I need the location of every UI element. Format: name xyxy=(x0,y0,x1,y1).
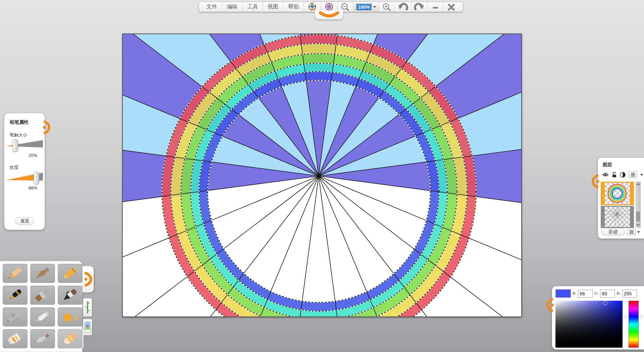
layer-item[interactable] xyxy=(601,206,634,228)
current-color-swatch xyxy=(555,289,571,298)
softness-label: 软度 xyxy=(10,165,45,171)
zoom-level-value: 100% xyxy=(357,4,371,10)
pencil-icon xyxy=(5,266,25,281)
menu-tools[interactable]: 工具 xyxy=(243,2,263,12)
tool-ink-brush[interactable] xyxy=(58,286,83,305)
scroll-up-icon[interactable] xyxy=(637,183,640,187)
layer-item-selected[interactable] xyxy=(601,182,634,205)
opacity-contrast-icon[interactable] xyxy=(620,172,626,178)
charcoal-stick-icon xyxy=(33,266,53,281)
palette-ear-handle[interactable] xyxy=(83,266,94,293)
scroll-down-icon[interactable] xyxy=(637,223,640,226)
picture-stamps-tab[interactable] xyxy=(83,319,92,336)
layers-panel: 图层 xyxy=(598,158,644,239)
tool-fountain-pen[interactable] xyxy=(3,286,28,305)
zoom-level-field[interactable]: 100% xyxy=(356,3,372,10)
r-input[interactable] xyxy=(578,290,593,298)
tool-glue-stick[interactable] xyxy=(3,329,28,348)
rainbow-target-icon xyxy=(324,3,334,11)
menu-file[interactable]: 文件 xyxy=(199,2,222,12)
close-button[interactable] xyxy=(443,2,463,12)
brush-size-thumb[interactable] xyxy=(12,139,18,152)
redo-icon xyxy=(414,2,425,12)
r-label: R: xyxy=(573,291,576,296)
ear-dot-icon xyxy=(43,126,46,129)
sv-cursor[interactable] xyxy=(603,301,607,305)
rainbow-wheel-artwork xyxy=(123,34,521,316)
pencil-properties-panel: 铅笔属性 笔触大小 20% 软度 86% 重置 xyxy=(4,113,45,230)
ink-brush-icon xyxy=(60,288,80,303)
tool-pencil[interactable] xyxy=(3,264,28,283)
zoom-in-button[interactable] xyxy=(379,2,395,12)
layers-panel-title: 图层 xyxy=(603,162,644,168)
menu-edit[interactable]: 编辑 xyxy=(222,2,243,12)
visibility-eye-icon[interactable] xyxy=(602,172,609,177)
airbrush-icon xyxy=(5,310,25,325)
menu-view[interactable]: 视图 xyxy=(263,2,283,12)
glue-stick-icon xyxy=(5,332,25,346)
hue-marker-right[interactable] xyxy=(640,315,642,319)
hue-marker-left[interactable] xyxy=(625,315,627,319)
brush-size-slider[interactable] xyxy=(6,139,44,152)
brush-size-label: 笔触大小 xyxy=(10,132,45,138)
toolbar-smile-handle[interactable] xyxy=(315,10,343,20)
layers-ear-handle[interactable] xyxy=(591,174,599,190)
tool-eraser[interactable] xyxy=(58,329,83,348)
drawing-canvas[interactable] xyxy=(122,34,522,317)
panel-ear-handle[interactable] xyxy=(43,120,51,136)
softness-value: 86% xyxy=(4,185,37,190)
softness-thumb[interactable] xyxy=(34,172,39,184)
minimize-icon xyxy=(430,2,440,12)
menu-help[interactable]: 帮助 xyxy=(283,2,304,12)
tool-airbrush[interactable] xyxy=(3,307,28,327)
undo-button[interactable] xyxy=(395,2,411,12)
tool-crayon[interactable] xyxy=(58,264,83,283)
softness-slider[interactable] xyxy=(6,171,44,185)
pencil-panel-title: 铅笔属性 xyxy=(10,119,45,125)
rainbow-face-icon xyxy=(307,3,318,11)
unlock-icon[interactable] xyxy=(612,172,617,178)
tool-paint-tube[interactable] xyxy=(30,307,55,327)
zoom-in-icon xyxy=(382,2,392,12)
scrollbar-thumb[interactable] xyxy=(636,212,640,222)
g-label: G: xyxy=(594,291,598,296)
palette-knife-icon xyxy=(33,332,53,346)
tool-palette-panel xyxy=(0,261,83,352)
bamboo-icon xyxy=(85,300,90,315)
tool-palette-knife[interactable] xyxy=(30,329,55,348)
hue-bar[interactable] xyxy=(629,301,639,348)
minimize-button[interactable] xyxy=(428,2,443,12)
flat-brush-icon xyxy=(33,288,53,303)
crayon-icon xyxy=(60,266,80,281)
saturation-value-square[interactable] xyxy=(555,301,623,348)
fountain-pen-icon xyxy=(5,288,25,303)
b-input[interactable] xyxy=(622,290,637,298)
picture-icon xyxy=(85,320,91,334)
clown-smile-icon xyxy=(315,10,343,19)
layer-menu-icon[interactable] xyxy=(629,171,637,178)
bamboo-stamps-tab[interactable] xyxy=(83,298,92,317)
tool-flat-brush[interactable] xyxy=(30,286,55,305)
zoom-dropdown-caret[interactable] xyxy=(373,6,376,8)
close-icon xyxy=(446,2,456,12)
layer-menu-caret[interactable] xyxy=(640,174,643,176)
g-input[interactable] xyxy=(600,290,615,298)
layers-bottom-menu-icon[interactable] xyxy=(627,229,636,235)
color-ear-handle[interactable] xyxy=(545,298,554,314)
ear-dot-icon xyxy=(551,304,554,307)
tool-charcoal-stick[interactable] xyxy=(30,264,55,283)
b-label: B: xyxy=(616,291,620,296)
tool-paint-roller[interactable] xyxy=(58,307,83,327)
layers-bottom-menu-caret[interactable] xyxy=(637,231,640,233)
reset-button[interactable]: 重置 xyxy=(15,217,34,225)
paint-tube-icon xyxy=(33,310,53,325)
layer-controls xyxy=(602,171,644,178)
new-layer-button[interactable]: 新建 xyxy=(601,228,625,236)
paint-roller-icon xyxy=(60,310,80,325)
zoom-level-combo[interactable]: 100% xyxy=(353,2,379,12)
eraser-icon xyxy=(60,332,80,346)
tool-grid xyxy=(0,261,82,351)
ear-dot-icon xyxy=(596,180,599,183)
redo-button[interactable] xyxy=(411,2,428,12)
layers-scrollbar[interactable] xyxy=(636,182,641,228)
